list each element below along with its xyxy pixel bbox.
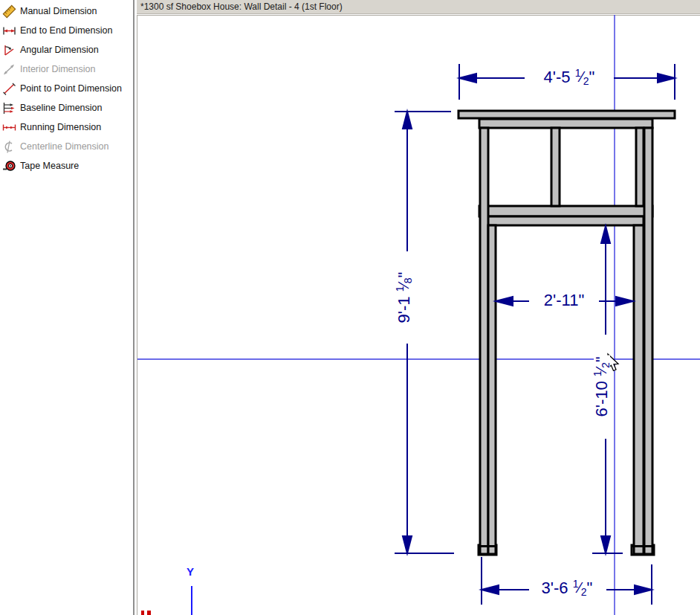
ruler-icon bbox=[2, 4, 16, 19]
tool-angular-dimension[interactable]: Angular Dimension bbox=[0, 40, 133, 59]
y-axis-label: Y bbox=[187, 565, 194, 578]
view-tab-bar[interactable]: *1300 sf Shoebox House: Wall Detail - 4 … bbox=[137, 0, 700, 14]
view-tab-title[interactable]: *1300 sf Shoebox House: Wall Detail - 4 … bbox=[140, 1, 343, 12]
end-to-end-icon bbox=[2, 24, 16, 38]
tool-interior-dimension[interactable]: Interior Dimension bbox=[0, 59, 133, 79]
baseline-icon bbox=[2, 101, 16, 115]
dimension-left-height-label[interactable]: 9'-1 1⁄8" bbox=[396, 271, 412, 325]
dimension-right-height-label[interactable]: 6'-10 1⁄2" bbox=[594, 355, 610, 418]
tool-baseline-dimension[interactable]: Baseline Dimension bbox=[0, 98, 133, 117]
point-to-point-icon bbox=[2, 82, 16, 96]
angular-icon bbox=[2, 43, 16, 57]
tool-centerline-dimension[interactable]: Centerline Dimension bbox=[0, 137, 133, 156]
tool-manual-dimension[interactable]: Manual Dimension bbox=[0, 1, 133, 21]
centerline-icon bbox=[2, 140, 16, 154]
tool-point-to-point-dimension[interactable]: Point to Point Dimension bbox=[0, 79, 133, 98]
dimension-tools-sidebar: Manual Dimension End to End Dimension An… bbox=[0, 0, 135, 615]
running-icon bbox=[2, 120, 16, 135]
dimension-opening-width-label[interactable]: 2'-11" bbox=[542, 292, 586, 309]
tool-running-dimension[interactable]: Running Dimension bbox=[0, 117, 133, 137]
tape-measure-icon bbox=[2, 159, 16, 173]
interior-icon bbox=[2, 62, 16, 77]
drawing-canvas[interactable] bbox=[137, 15, 700, 615]
tool-tape-measure[interactable]: Tape Measure bbox=[0, 156, 133, 176]
dimension-top-width-label[interactable]: 4'-5 1⁄2" bbox=[542, 69, 597, 86]
dimension-bottom-width-label[interactable]: 3'-6 1⁄2" bbox=[540, 580, 594, 596]
tool-end-to-end-dimension[interactable]: End to End Dimension bbox=[0, 21, 133, 40]
